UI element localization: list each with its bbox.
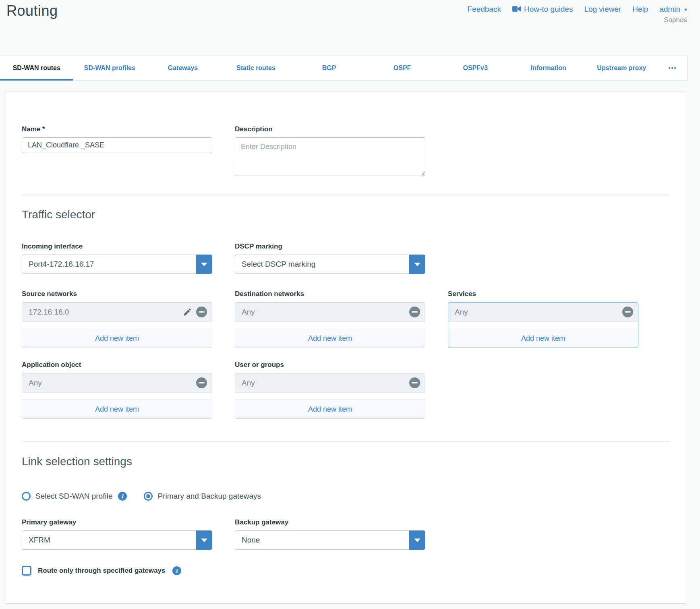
application-object-label: Application object: [22, 361, 212, 369]
source-networks-box: 172.16.16.0 Add new item: [22, 302, 212, 348]
tab-gateways[interactable]: Gateways: [146, 56, 220, 80]
destination-networks-box: Any Add new item: [235, 302, 425, 348]
chevron-down-icon: [201, 539, 207, 542]
chevron-down-icon: [201, 263, 207, 266]
route-only-row: Route only through specified gateways: [22, 566, 670, 576]
application-users-row: Application object Any Add new item User…: [22, 361, 670, 419]
add-new-item-button[interactable]: Add new item: [235, 400, 425, 418]
add-new-item-button[interactable]: Add new item: [22, 400, 212, 418]
backup-gateway-select[interactable]: None: [235, 530, 425, 550]
radio-label: Primary and Backup gateways: [157, 492, 261, 501]
source-networks-label: Source networks: [22, 290, 212, 298]
page-header: Routing Feedback How-to guides Log viewe…: [0, 0, 700, 56]
user-or-groups-label: User or groups: [235, 361, 425, 369]
link-selection-radio-group: Select SD-WAN profile Primary and Backup…: [22, 492, 670, 501]
dscp-marking-select[interactable]: Select DSCP marking: [235, 255, 425, 274]
page-title: Routing: [6, 2, 58, 19]
tab-bgp[interactable]: BGP: [292, 56, 366, 80]
traffic-selector-heading: Traffic selector: [22, 208, 670, 222]
remove-icon[interactable]: [409, 377, 420, 388]
tab-static-routes[interactable]: Static routes: [220, 56, 293, 80]
tab-sdwan-routes[interactable]: SD-WAN routes: [0, 56, 73, 80]
user-groups-box: Any Add new item: [235, 373, 425, 419]
name-label: Name *: [22, 125, 212, 133]
remove-icon[interactable]: [196, 307, 207, 317]
caret-down-icon: ▼: [683, 7, 688, 12]
backup-gateway-label: Backup gateway: [235, 518, 425, 526]
networks-row: Source networks 172.16.16.0 Add new item…: [22, 290, 670, 348]
services-label: Services: [448, 290, 638, 298]
primary-gateway-label: Primary gateway: [22, 518, 212, 526]
tabs-more-button[interactable]: •••: [658, 56, 687, 80]
services-box: Any Add new item: [448, 302, 638, 348]
list-item: Any: [235, 373, 425, 393]
list-item: 172.16.16.0: [22, 302, 212, 322]
help-link[interactable]: Help: [632, 5, 648, 14]
tab-bar: SD-WAN routes SD-WAN profiles Gateways S…: [0, 56, 688, 81]
incoming-interface-select[interactable]: Port4-172.16.16.17: [22, 255, 212, 274]
tab-upstream-proxy[interactable]: Upstream proxy: [585, 56, 659, 80]
log-viewer-link[interactable]: Log viewer: [584, 5, 621, 14]
description-textarea[interactable]: [235, 137, 425, 176]
content-panel: Name * Description Traffic selector Inco…: [6, 91, 686, 604]
destination-networks-label: Destination networks: [235, 290, 425, 298]
chevron-down-icon: [414, 539, 420, 542]
remove-icon[interactable]: [409, 307, 420, 317]
radio-label: Select SD-WAN profile: [35, 492, 112, 501]
dropdown-button[interactable]: [196, 255, 212, 274]
feedback-link[interactable]: Feedback: [467, 5, 501, 14]
tab-ospf[interactable]: OSPF: [366, 56, 439, 80]
tab-ospfv3[interactable]: OSPFv3: [439, 56, 512, 80]
add-new-item-button[interactable]: Add new item: [448, 329, 638, 348]
info-icon[interactable]: [118, 492, 127, 501]
admin-menu[interactable]: admin ▼: [659, 5, 688, 14]
add-new-item-button[interactable]: Add new item: [235, 329, 425, 348]
dropdown-button[interactable]: [409, 530, 425, 550]
video-camera-icon: [512, 5, 521, 14]
brand-label: Sophos: [664, 16, 687, 24]
tab-information[interactable]: Information: [512, 56, 585, 80]
interface-dscp-row: Incoming interface Port4-172.16.16.17 DS…: [22, 242, 670, 274]
remove-icon[interactable]: [196, 377, 207, 388]
route-only-checkbox[interactable]: [22, 566, 31, 576]
link-selection-heading: Link selection settings: [22, 455, 670, 468]
chevron-down-icon: [414, 263, 420, 266]
section-divider: [22, 441, 670, 442]
description-label: Description: [235, 125, 425, 133]
info-icon[interactable]: [172, 566, 181, 575]
application-object-box: Any Add new item: [22, 373, 212, 419]
tab-sdwan-profiles[interactable]: SD-WAN profiles: [73, 56, 147, 80]
gateways-radio[interactable]: [144, 492, 153, 501]
dscp-marking-label: DSCP marking: [235, 242, 425, 251]
name-description-row: Name * Description: [22, 125, 670, 178]
remove-icon[interactable]: [622, 307, 633, 317]
checkbox-label: Route only through specified gateways: [38, 567, 165, 575]
dropdown-button[interactable]: [409, 255, 425, 274]
edit-icon[interactable]: [183, 307, 192, 317]
dropdown-button[interactable]: [196, 530, 212, 550]
incoming-interface-label: Incoming interface: [22, 242, 212, 251]
name-input[interactable]: [22, 137, 212, 153]
list-item: Any: [448, 302, 638, 322]
section-divider: [22, 195, 670, 195]
list-item: Any: [22, 373, 212, 393]
list-item: Any: [235, 302, 425, 322]
howto-guides-link[interactable]: How-to guides: [512, 5, 573, 14]
header-nav: Feedback How-to guides Log viewer Help a…: [467, 5, 688, 14]
add-new-item-button[interactable]: Add new item: [22, 329, 212, 348]
sdwan-profile-radio[interactable]: [22, 492, 31, 501]
gateways-row: Primary gateway XFRM Backup gateway None: [22, 518, 670, 550]
primary-gateway-select[interactable]: XFRM: [22, 530, 212, 550]
